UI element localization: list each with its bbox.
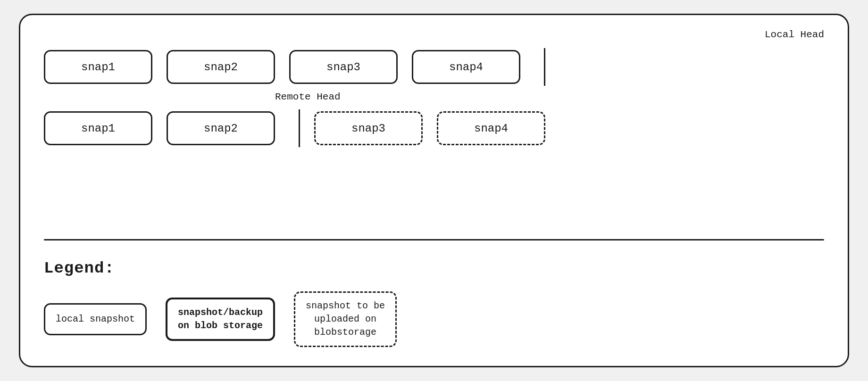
legend-box-blob: snapshot/backup on blob storage [166,298,275,341]
remote-head-vertical-line [299,109,300,147]
legend-item-local: local snapshot [44,303,147,335]
legend-box-local: local snapshot [44,303,147,335]
legend-item-upload: snapshot to be uploaded on blobstorage [294,291,397,347]
local-row-wrapper: Local Head snap1 snap2 snap3 snap4 [44,48,824,86]
legend-items: local snapshot snapshot/backup on blob s… [44,291,824,347]
legend-blob-label: snapshot/backup on blob storage [178,306,263,332]
legend-title: Legend: [44,259,824,277]
legend-upload-label: snapshot to be uploaded on blobstorage [306,299,385,339]
remote-row-snaps: snap1 snap2 snap3 snap4 [44,109,824,147]
local-row-snaps: snap1 snap2 snap3 snap4 [44,48,824,86]
remote-head-label: Remote Head [275,91,341,102]
remote-row-wrapper: Remote Head snap1 snap2 snap3 snap4 [44,109,824,147]
diagram-section: Local Head snap1 snap2 snap3 snap4 Remot… [44,34,824,234]
legend-box-upload: snapshot to be uploaded on blobstorage [294,291,397,347]
main-container: Local Head snap1 snap2 snap3 snap4 Remot… [19,14,849,367]
legend-section: Legend: local snapshot snapshot/backup o… [44,255,824,347]
remote-snap1-solid: snap1 [44,111,152,145]
legend-item-blob: snapshot/backup on blob storage [166,298,275,341]
local-head-vertical-line [544,48,545,86]
remote-snap3-dashed: snap3 [314,111,423,145]
local-snap3: snap3 [289,50,398,84]
remote-snap2-solid: snap2 [167,111,275,145]
remote-snap4-dashed: snap4 [437,111,545,145]
local-head-label: Local Head [765,29,824,40]
section-divider [44,239,824,240]
local-snap4: snap4 [412,50,520,84]
local-snap1: snap1 [44,50,152,84]
local-snap2: snap2 [167,50,275,84]
